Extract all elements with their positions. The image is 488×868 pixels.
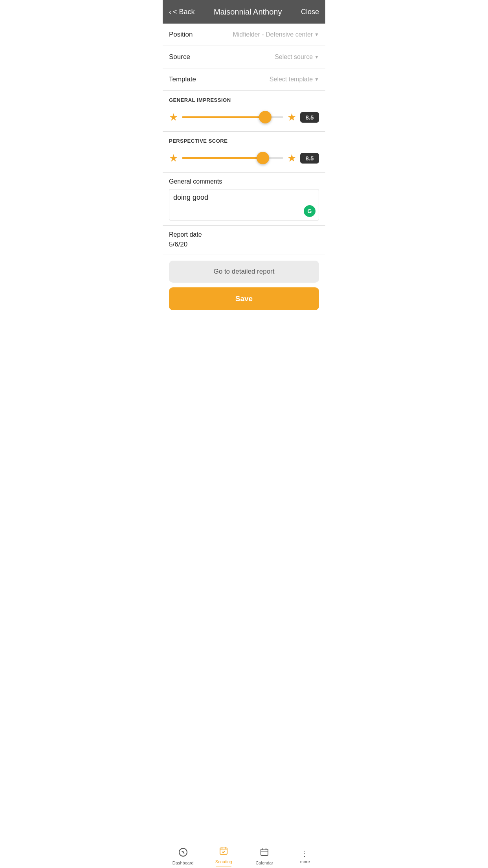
report-date-label: Report date [169, 231, 319, 238]
header: ‹ < Back Maisonnial Anthony Close [163, 0, 325, 24]
back-arrow-icon: ‹ [169, 8, 171, 16]
report-date-value: 5/6/20 [169, 241, 319, 248]
template-row: Template Select template ▼ [163, 68, 325, 91]
slider-track-fill-impression [182, 116, 265, 118]
star-filled-icon-impression: ★ [287, 112, 296, 122]
template-placeholder: Select template [270, 76, 313, 83]
general-impression-score-badge: 8.5 [300, 112, 319, 123]
back-button[interactable]: ‹ < Back [169, 8, 195, 16]
comments-label: General comments [169, 178, 319, 185]
perspective-score-badge: 8.5 [300, 153, 319, 164]
slider-track-fill-perspective [182, 157, 263, 159]
go-to-detailed-report-button[interactable]: Go to detailed report [169, 261, 319, 283]
comments-text: doing good [173, 193, 208, 201]
template-label: Template [169, 75, 196, 83]
close-button[interactable]: Close [301, 8, 319, 16]
position-dropdown[interactable]: Midfielder - Defensive center ▼ [233, 31, 319, 38]
header-title: Maisonnial Anthony [214, 7, 282, 17]
template-dropdown-arrow-icon: ▼ [314, 77, 319, 82]
slider-thumb-perspective[interactable] [257, 152, 269, 164]
save-button[interactable]: Save [169, 287, 319, 310]
template-dropdown[interactable]: Select template ▼ [270, 76, 319, 83]
star-filled-icon-perspective: ★ [287, 153, 296, 163]
grammarly-icon: G [304, 205, 316, 217]
source-label: Source [169, 53, 190, 61]
back-label: < Back [173, 8, 195, 16]
general-impression-slider-row: ★ ★ 8.5 [163, 106, 325, 132]
source-placeholder: Select source [275, 53, 313, 61]
buttons-section: Go to detailed report Save [163, 254, 325, 316]
star-empty-icon-perspective: ★ [169, 153, 178, 163]
position-value: Midfielder - Defensive center [233, 31, 313, 38]
source-dropdown[interactable]: Select source ▼ [275, 53, 319, 61]
general-impression-slider[interactable] [182, 109, 283, 125]
comments-box[interactable]: doing good G [169, 189, 319, 221]
position-label: Position [169, 31, 193, 39]
report-date-section: Report date 5/6/20 [163, 226, 325, 254]
position-dropdown-arrow-icon: ▼ [314, 32, 319, 37]
page-content: Position Midfielder - Defensive center ▼… [163, 24, 325, 348]
position-row: Position Midfielder - Defensive center ▼ [163, 24, 325, 46]
star-empty-icon-impression: ★ [169, 112, 178, 122]
slider-thumb-impression[interactable] [259, 111, 272, 123]
perspective-score-section-header: PERSPECTIVE SCORE [163, 132, 325, 147]
perspective-score-slider-row: ★ ★ 8.5 [163, 147, 325, 173]
source-dropdown-arrow-icon: ▼ [314, 54, 319, 60]
comments-section: General comments doing good G [163, 173, 325, 226]
perspective-score-slider[interactable] [182, 150, 283, 166]
source-row: Source Select source ▼ [163, 46, 325, 68]
general-impression-section-header: GENERAL IMPRESSION [163, 91, 325, 106]
